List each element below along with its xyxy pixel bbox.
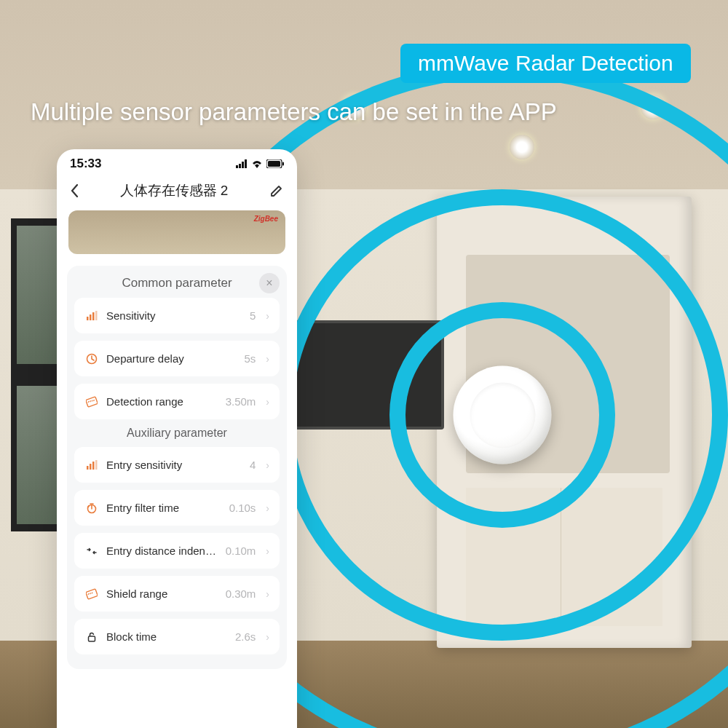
row-label: Sensitivity <box>106 309 242 322</box>
battery-icon <box>266 159 284 168</box>
card-header: Common parameter × <box>74 276 280 290</box>
row-value: 5 <box>250 309 256 322</box>
parameter-sheet: Common parameter × Sensitivity 5 › Depar… <box>67 266 287 669</box>
device-hero-image: ZigBee <box>68 210 285 254</box>
row-entry-filter-time[interactable]: Entry filter time 0.10s › <box>74 490 280 526</box>
svg-rect-8 <box>90 314 92 320</box>
row-shield-range[interactable]: Shield range 0.30m › <box>74 576 280 612</box>
row-value: 3.50m <box>226 395 256 408</box>
row-entry-sensitivity[interactable]: Entry sensitivity 4 › <box>74 447 280 483</box>
edit-icon[interactable] <box>269 183 284 198</box>
chevron-right-icon: › <box>266 502 269 514</box>
phone-mockup: 15:33 人体存在传感器 2 ZigBee Common parameter … <box>57 149 297 728</box>
svg-rect-2 <box>242 162 244 168</box>
svg-rect-10 <box>95 311 98 320</box>
chevron-right-icon: › <box>266 545 269 557</box>
row-value: 5s <box>244 352 256 365</box>
app-title: 人体存在传感器 2 <box>120 181 229 200</box>
status-bar: 15:33 <box>57 149 297 174</box>
row-value: 0.30m <box>226 587 256 600</box>
back-icon[interactable] <box>70 183 79 198</box>
svg-rect-6 <box>282 162 284 166</box>
svg-rect-15 <box>92 462 95 470</box>
card-title-common: Common parameter <box>122 276 232 290</box>
zigbee-badge: ZigBee <box>254 215 278 223</box>
headline: Multiple sensor parameters can be set in… <box>31 98 557 126</box>
svg-rect-16 <box>95 460 98 470</box>
status-time: 15:33 <box>70 157 101 171</box>
chevron-right-icon: › <box>266 459 269 471</box>
timer-icon <box>84 502 99 514</box>
chevron-right-icon: › <box>266 353 269 365</box>
svg-rect-14 <box>90 464 92 470</box>
row-label: Detection range <box>106 395 218 408</box>
close-icon: × <box>266 277 272 289</box>
row-value: 4 <box>250 459 256 471</box>
row-label: Entry distance indentatio <box>106 545 218 557</box>
wifi-icon <box>251 159 263 168</box>
clock-icon <box>84 353 99 365</box>
lock-icon <box>84 631 99 643</box>
row-departure-delay[interactable]: Departure delay 5s › <box>74 341 280 376</box>
svg-rect-18 <box>86 588 98 598</box>
row-sensitivity[interactable]: Sensitivity 5 › <box>74 298 280 333</box>
shield-icon <box>84 588 99 600</box>
svg-rect-3 <box>245 159 247 168</box>
svg-rect-13 <box>87 466 89 470</box>
chevron-right-icon: › <box>266 631 269 643</box>
sensor-device <box>454 366 552 464</box>
chevron-right-icon: › <box>266 310 269 322</box>
row-label: Entry sensitivity <box>106 459 242 471</box>
svg-rect-7 <box>87 317 89 320</box>
row-entry-distance-indentation[interactable]: Entry distance indentatio 0.10m › <box>74 533 280 569</box>
close-button[interactable]: × <box>259 273 280 293</box>
svg-rect-1 <box>239 164 241 168</box>
svg-rect-12 <box>86 396 98 406</box>
svg-rect-5 <box>268 161 280 167</box>
bars-icon <box>84 310 99 322</box>
feature-badge: mmWave Radar Detection <box>400 44 691 83</box>
row-detection-range[interactable]: Detection range 3.50m › <box>74 384 280 419</box>
signal-icon <box>236 159 248 168</box>
svg-rect-0 <box>236 165 238 168</box>
row-label: Departure delay <box>106 352 237 365</box>
svg-rect-9 <box>92 312 95 320</box>
bars-icon <box>84 459 99 471</box>
app-navbar: 人体存在传感器 2 <box>57 174 297 210</box>
row-block-time[interactable]: Block time 2.6s › <box>74 619 280 654</box>
arrows-icon <box>84 545 99 557</box>
row-value: 2.6s <box>235 630 256 643</box>
row-label: Entry filter time <box>106 502 222 514</box>
ruler-icon <box>84 396 99 408</box>
chevron-right-icon: › <box>266 396 269 408</box>
chevron-right-icon: › <box>266 588 269 600</box>
row-value: 0.10s <box>229 502 256 514</box>
status-icons <box>236 159 284 168</box>
row-label: Block time <box>106 630 228 643</box>
card-title-auxiliary: Auxiliary parameter <box>74 427 280 440</box>
row-label: Shield range <box>106 587 218 600</box>
svg-rect-19 <box>89 636 95 641</box>
row-value: 0.10m <box>226 545 256 557</box>
